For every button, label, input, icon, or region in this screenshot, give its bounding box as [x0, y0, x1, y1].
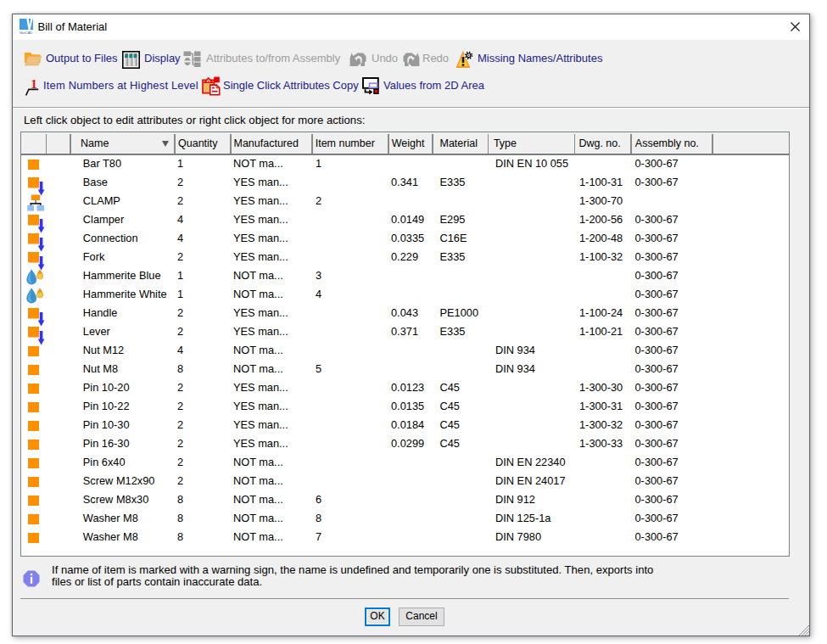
- svg-text:VariCAD: VariCAD: [20, 31, 32, 35]
- svg-text:1: 1: [31, 77, 37, 91]
